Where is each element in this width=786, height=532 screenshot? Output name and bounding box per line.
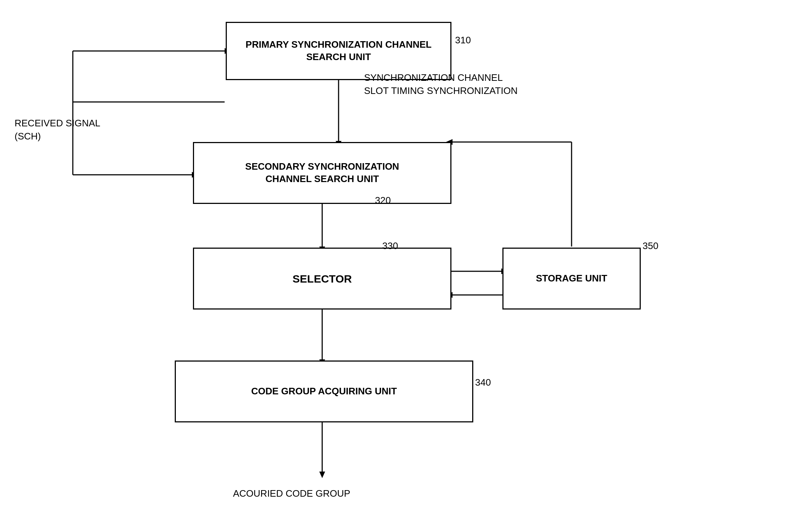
block-secondary-sync: SECONDARY SYNCHRONIZATIONCHANNEL SEARCH … (193, 142, 451, 204)
block-code-group: CODE GROUP ACQUIRING UNIT (175, 360, 473, 422)
ref-330: 330 (382, 240, 398, 252)
diagram-container: PRIMARY SYNCHRONIZATION CHANNEL SEARCH U… (0, 0, 786, 532)
block-storage-unit: STORAGE UNIT (502, 248, 641, 310)
sync-channel-slot-label: SYNCHRONIZATION CHANNELSLOT TIMING SYNCH… (364, 71, 518, 98)
ref-350: 350 (643, 240, 658, 252)
acquired-code-group-label: ACOURIED CODE GROUP (233, 488, 350, 499)
received-signal-label: RECEIVED SIGNAL(SCH) (15, 117, 100, 143)
svg-marker-21 (319, 472, 325, 478)
ref-320: 320 (375, 195, 391, 206)
ref-310: 310 (455, 35, 471, 46)
block-selector: SELECTOR (193, 248, 451, 310)
ref-340: 340 (475, 377, 491, 388)
